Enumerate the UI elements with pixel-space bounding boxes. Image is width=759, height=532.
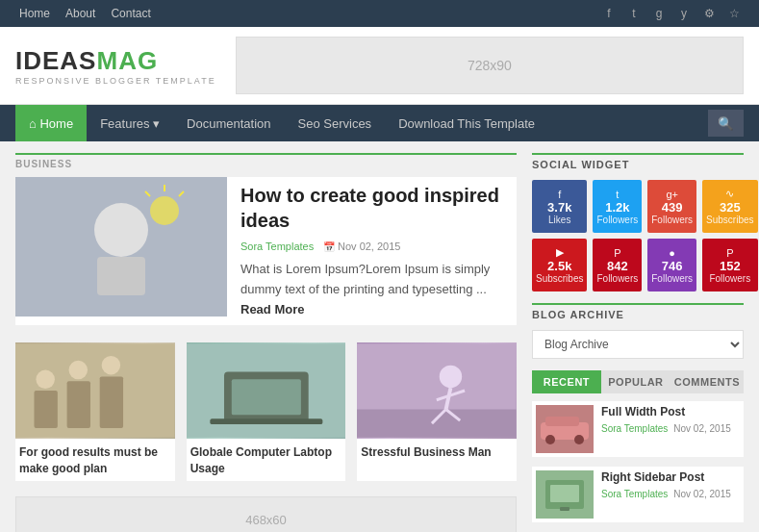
grid-post-image-1[interactable] <box>15 342 175 439</box>
featured-post: How to create good inspired ideas Sora T… <box>15 177 517 325</box>
blog-archive-select[interactable]: Blog Archive <box>532 330 744 359</box>
facebook-icon-social: f <box>558 189 561 200</box>
nav-home-main[interactable]: ⌂ Home <box>15 105 87 141</box>
recent-post-body-2: Right Sidebar Post Sora Templates Nov 02… <box>601 470 740 519</box>
svg-rect-33 <box>550 485 579 502</box>
top-nav-icons: f t g y ⚙ ☆ <box>599 4 744 23</box>
nav-download-template[interactable]: Download This Template <box>385 105 548 141</box>
grid-post-2: Globale Computer Labtop Usage <box>187 342 346 481</box>
svg-rect-16 <box>231 380 300 416</box>
site-logo[interactable]: IDEASMAG RESPONSIVE BLOGGER TEMPLATE <box>15 46 216 86</box>
gp-count: 439 <box>662 200 683 215</box>
main-nav: ⌂ Home Features ▾ Documentation Seo Serv… <box>0 105 759 141</box>
nav-documentation[interactable]: Documentation <box>173 105 284 141</box>
tab-popular[interactable]: POPULAR <box>601 370 670 393</box>
settings-icon[interactable]: ⚙ <box>699 4 719 23</box>
yt-label: Subscribes <box>536 273 583 284</box>
social-twitter[interactable]: t 1.2k Followers <box>593 180 642 233</box>
ad-banner-2: 468x60 <box>15 496 517 532</box>
svg-point-29 <box>545 435 555 444</box>
svg-point-12 <box>69 361 88 379</box>
page-container: BUSINESS How to create good inspired ide… <box>0 141 759 532</box>
social-facebook[interactable]: f 3.7k Likes <box>532 180 587 233</box>
grid-post-1: For good results must be make good plan <box>15 342 175 481</box>
facebook-icon[interactable]: f <box>599 4 619 23</box>
nav-search: 🔍 <box>708 110 744 137</box>
logo-sub: RESPONSIVE BLOGGER TEMPLATE <box>15 76 216 86</box>
tab-recent[interactable]: RECENT <box>532 370 601 393</box>
recent-post-meta-1: Sora Templates Nov 02, 2015 <box>601 423 740 434</box>
globe-icon[interactable]: ☆ <box>724 4 744 23</box>
googleplus-icon[interactable]: g <box>649 4 669 23</box>
featured-post-image[interactable] <box>15 177 227 317</box>
pinterest-icon-social: P <box>614 247 620 259</box>
social-googleplus[interactable]: g+ 439 Followers <box>647 180 696 233</box>
grid-post-image-2[interactable] <box>187 342 346 439</box>
pi-label: Followers <box>596 273 638 284</box>
recent-post-title-1[interactable]: Full Width Post <box>601 405 740 420</box>
rss-count: 325 <box>720 200 741 215</box>
social-grid: f 3.7k Likes t 1.2k Followers g+ 439 Fol… <box>532 180 744 291</box>
tab-comments[interactable]: COMMENTS <box>670 370 744 393</box>
twitter-icon-social: t <box>616 189 619 200</box>
social-pinterest2[interactable]: P 152 Followers <box>702 239 757 291</box>
svg-rect-34 <box>560 507 569 511</box>
svg-point-11 <box>36 370 54 389</box>
read-more-link[interactable]: Read More <box>240 302 304 317</box>
social-instagram[interactable]: ● 746 Followers <box>647 239 696 291</box>
grid-post-image-3[interactable] <box>357 342 517 439</box>
pi-count: 842 <box>607 259 628 273</box>
social-pinterest[interactable]: P 842 Followers <box>593 239 642 291</box>
pt-count: 152 <box>720 259 741 273</box>
grid-image-2-svg <box>187 342 346 439</box>
top-nav: Home About Contact f t g y ⚙ ☆ <box>0 0 759 27</box>
sidebar: SOCIAL WIDGET f 3.7k Likes t 1.2k Follow… <box>532 153 744 532</box>
rp-author-2: Sora Templates <box>601 489 668 499</box>
fb-count: 3.7k <box>547 200 571 215</box>
logo-mag: MAG <box>96 46 158 75</box>
recent-post-2: Right Sidebar Post Sora Templates Nov 02… <box>532 467 744 522</box>
grid-post-title-2[interactable]: Globale Computer Labtop Usage <box>187 439 346 481</box>
rp-image-1-svg <box>536 405 594 453</box>
post-meta: Sora Templates Nov 02, 2015 <box>240 241 517 252</box>
instagram-icon-social: ● <box>669 247 675 259</box>
yt-count: 2.5k <box>547 259 571 273</box>
svg-point-13 <box>102 356 120 374</box>
ig-label: Followers <box>651 273 693 284</box>
rp-image-2-svg <box>536 470 594 519</box>
blog-archive: BLOG ARCHIVE Blog Archive <box>532 303 744 359</box>
recent-post-image-2[interactable] <box>536 470 594 519</box>
nav-features[interactable]: Features ▾ <box>87 105 173 141</box>
ig-count: 746 <box>662 259 683 273</box>
svg-rect-28 <box>545 417 579 426</box>
recent-post-1: Full Width Post Sora Templates Nov 02, 2… <box>532 401 744 457</box>
recent-post-image-1[interactable] <box>536 405 594 453</box>
recent-post-title-2[interactable]: Right Sidebar Post <box>601 470 740 486</box>
grid-image-1-svg <box>15 342 175 439</box>
grid-posts: For good results must be make good plan … <box>15 342 517 481</box>
nav-contact[interactable]: Contact <box>107 0 154 27</box>
post-author: Sora Templates <box>240 241 314 252</box>
nav-seo-services[interactable]: Seo Services <box>285 105 386 141</box>
search-button[interactable]: 🔍 <box>708 110 744 137</box>
fb-label: Likes <box>548 215 570 225</box>
nav-about[interactable]: About <box>62 0 99 27</box>
svg-point-20 <box>440 366 462 388</box>
pinterest2-icon-social: P <box>726 247 733 259</box>
twitter-icon[interactable]: t <box>624 4 644 23</box>
grid-image-3-svg <box>357 342 517 439</box>
svg-rect-8 <box>34 391 57 428</box>
svg-point-3 <box>150 196 179 225</box>
tw-count: 1.2k <box>605 200 629 215</box>
nav-home[interactable]: Home <box>15 0 54 27</box>
grid-post-title-1[interactable]: For good results must be make good plan <box>15 439 175 481</box>
youtube-icon[interactable]: y <box>674 4 694 23</box>
grid-post-title-3[interactable]: Stressful Business Man <box>357 439 517 465</box>
rp-date-2: Nov 02, 2015 <box>673 489 731 499</box>
sidebar-tabs: RECENT POPULAR COMMENTS <box>532 370 744 393</box>
social-rss[interactable]: ∿ 325 Subscribes <box>702 180 757 233</box>
top-nav-links: Home About Contact <box>15 0 155 27</box>
featured-post-title[interactable]: How to create good inspired ideas <box>240 183 517 233</box>
social-widget-title: SOCIAL WIDGET <box>532 153 744 170</box>
social-youtube[interactable]: ▶ 2.5k Subscribes <box>532 239 587 291</box>
